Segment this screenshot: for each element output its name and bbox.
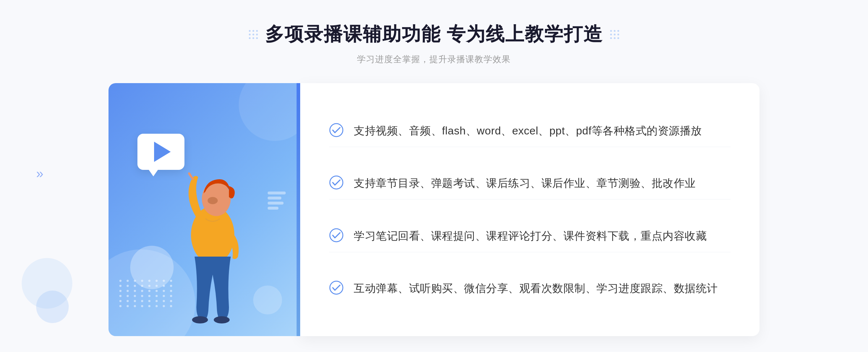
svg-point-6 <box>330 124 343 137</box>
svg-point-4 <box>214 316 230 323</box>
check-icon-1 <box>329 123 344 137</box>
features-left-strip <box>297 83 300 336</box>
feature-text-1: 支持视频、音频、flash、word、excel、ppt、pdf等各种格式的资源… <box>354 122 702 139</box>
feature-item-2: 支持章节目录、弹题考试、课后练习、课后作业、章节测验、批改作业 <box>329 167 731 199</box>
human-figure <box>162 126 263 336</box>
header-deco-left <box>249 30 258 39</box>
page-container: » 多项录播课辅助功能 专为线上教学打造 学习进度全掌握，提升录播课教学效果 <box>0 0 868 352</box>
svg-line-5 <box>189 173 193 179</box>
bg-circle-2 <box>36 291 69 323</box>
feature-text-3: 学习笔记回看、课程提问、课程评论打分、课件资料下载，重点内容收藏 <box>354 227 707 245</box>
subtitle: 学习进度全掌握，提升录播课教学效果 <box>249 53 619 65</box>
check-icon-4 <box>329 280 344 295</box>
chevron-left-deco: » <box>36 166 43 181</box>
bars-decoration <box>268 192 286 210</box>
feature-text-4: 互动弹幕、试听购买、微信分享、观看次数限制、学习进度跟踪、数据统计 <box>354 280 718 297</box>
feature-item-4: 互动弹幕、试听购买、微信分享、观看次数限制、学习进度跟踪、数据统计 <box>329 272 731 304</box>
svg-point-2 <box>208 197 218 204</box>
title-row: 多项录播课辅助功能 专为线上教学打造 <box>249 22 619 47</box>
features-panel: 支持视频、音频、flash、word、excel、ppt、pdf等各种格式的资源… <box>300 83 760 336</box>
feature-text-2: 支持章节目录、弹题考试、课后练习、课后作业、章节测验、批改作业 <box>354 175 696 192</box>
content-area: 支持视频、音频、flash、word、excel、ppt、pdf等各种格式的资源… <box>109 83 760 336</box>
check-icon-3 <box>329 228 344 242</box>
svg-point-9 <box>330 281 343 294</box>
feature-item-3: 学习笔记回看、课程提问、课程评论打分、课件资料下载，重点内容收藏 <box>329 220 731 252</box>
main-title: 多项录播课辅助功能 专为线上教学打造 <box>265 22 603 47</box>
feature-item-1: 支持视频、音频、flash、word、excel、ppt、pdf等各种格式的资源… <box>329 115 731 147</box>
svg-point-8 <box>330 229 343 242</box>
header-deco-right <box>610 30 619 39</box>
check-icon-2 <box>329 175 344 190</box>
svg-point-7 <box>330 176 343 189</box>
svg-point-3 <box>192 316 208 323</box>
header-section: 多项录播课辅助功能 专为线上教学打造 学习进度全掌握，提升录播课教学效果 <box>249 22 619 65</box>
illustration-card <box>109 83 297 336</box>
